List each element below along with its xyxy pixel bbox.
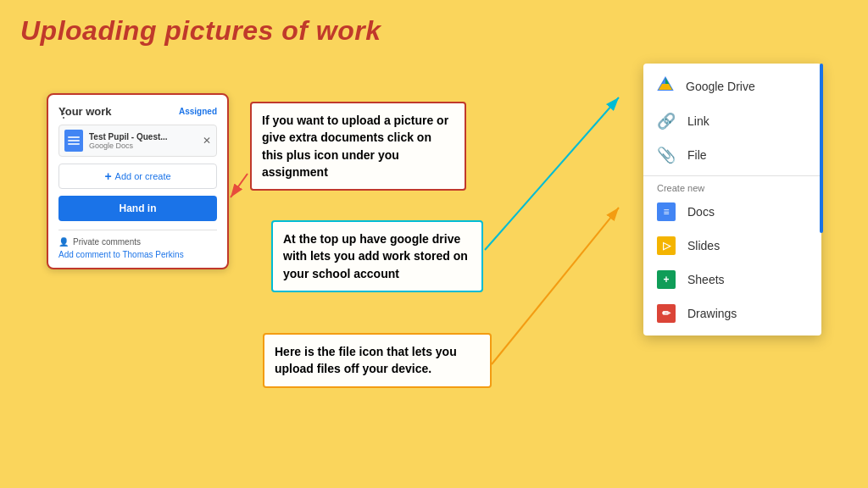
drawings-icon: ✏ [657,304,676,323]
svg-line-11 [231,174,248,197]
menu-divider [643,175,821,176]
drive-menu-googledrive-label: Google Drive [686,80,755,93]
annotation-orange-box: Here is the file icon that lets you uplo… [263,333,492,388]
drive-menu-link-label: Link [687,114,709,128]
add-create-button[interactable]: + Add or create [58,164,217,189]
doc-icon-line [68,143,80,145]
drive-menu-item-docs[interactable]: ≡ Docs [643,195,821,229]
drive-menu-item-link[interactable]: 🔗 Link [643,104,821,138]
drive-menu-slides-label: Slides [687,239,720,252]
annotation-cyan-box: At the top up have google drive with let… [271,220,483,292]
docs-icon: ≡ [657,202,676,221]
private-comments-section: 👤 Private comments Add comment to Thomas… [58,230,217,259]
annotation-cyan-text: At the top up have google drive with let… [283,230,471,282]
page-title: Uploading pictures of work [20,15,381,47]
link-icon: 🔗 [657,112,676,130]
drive-menu-drawings-label: Drawings [687,307,737,320]
file-icon: 📎 [657,146,676,164]
annotation-orange-text: Here is the file icon that lets you uplo… [275,343,480,378]
drive-menu-file-label: File [687,148,707,162]
annotation-red-text: If you want to upload a picture or give … [262,112,454,180]
doc-info: Test Pupil - Quest... Google Docs [89,132,199,150]
doc-icon-lines [68,136,80,145]
drive-menu-sheets-label: Sheets [687,273,725,286]
annotation-red-box: If you want to upload a picture or give … [250,102,466,191]
google-drive-icon [657,76,674,97]
three-dot-menu-icon[interactable]: ⋮ [57,105,70,121]
doc-name: Test Pupil - Quest... [89,132,199,141]
assigned-badge: Assigned [179,107,217,116]
doc-type: Google Docs [89,141,199,150]
add-comment-link[interactable]: Add comment to Thomas Perkins [58,250,217,259]
drive-menu-scrollbar[interactable] [820,64,823,233]
person-icon: 👤 [58,237,69,247]
close-icon[interactable]: ✕ [203,135,211,147]
svg-line-13 [492,208,619,364]
doc-item: Test Pupil - Quest... Google Docs ✕ [58,125,217,157]
drive-menu-panel: Google Drive 🔗 Link 📎 File Create new ≡ … [643,64,821,336]
doc-icon-line [68,140,80,141]
sheets-icon: + [657,270,676,289]
private-comments-label: 👤 Private comments [58,237,217,247]
your-work-header: Your work Assigned [58,105,217,118]
slides-icon: ▷ [657,236,676,255]
drive-menu-item-drawings[interactable]: ✏ Drawings [643,297,821,330]
drive-menu-item-file[interactable]: 📎 File [643,138,821,172]
svg-line-12 [485,97,619,250]
plus-icon: + [104,169,111,183]
create-new-section-label: Create new [643,180,821,195]
drive-menu-docs-label: Docs [687,205,715,219]
add-create-label: Add or create [115,171,171,181]
doc-icon [64,130,83,152]
your-work-panel: ⋮ Your work Assigned Test Pupil - Quest.… [47,93,229,269]
drive-menu-item-slides[interactable]: ▷ Slides [643,229,821,263]
drive-menu-item-sheets[interactable]: + Sheets [643,263,821,297]
drive-menu-item-googledrive[interactable]: Google Drive [643,69,821,104]
doc-icon-line [68,136,80,138]
hand-in-button[interactable]: Hand in [58,196,217,221]
